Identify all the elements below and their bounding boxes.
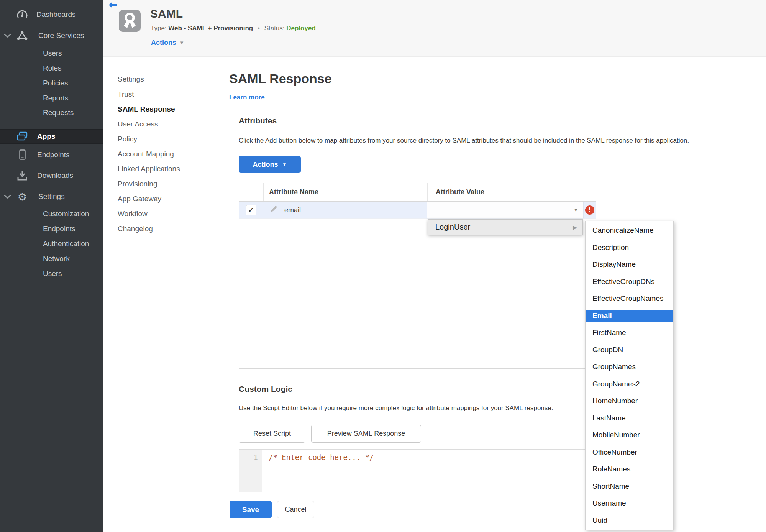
row-checkbox[interactable]: ✓: [246, 205, 256, 215]
sidebar-item-label: Settings: [38, 192, 65, 201]
submenu-item-uuid[interactable]: Uuid: [586, 512, 673, 529]
smartphone-icon: [16, 149, 28, 161]
column-header-attribute-name: Attribute Name: [264, 183, 428, 201]
row-select-cell: ✓: [239, 202, 263, 218]
custom-logic-description: Use the Script Editor below if you requi…: [239, 404, 584, 412]
table-row[interactable]: ✓ email ▼ !: [239, 202, 596, 219]
actions-button-label: Actions: [253, 161, 278, 169]
chevron-down-icon[interactable]: [4, 193, 12, 200]
submenu-item-rolenames[interactable]: RoleNames: [586, 461, 673, 478]
submenu-item-groupnames[interactable]: GroupNames: [586, 358, 673, 376]
actions-label: Actions: [151, 39, 176, 47]
sidebar-item-label: Endpoints: [37, 151, 70, 159]
sidebar-item-roles[interactable]: Roles: [0, 61, 103, 76]
sidebar-item-downloads[interactable]: Downloads: [0, 168, 103, 183]
submenu-item-username[interactable]: Username: [586, 495, 673, 512]
attributes-description: Click the Add button below to map attrib…: [239, 137, 752, 144]
app-meta: Type: Web - SAML + Provisioning • Status…: [151, 25, 316, 32]
tab-provisioning[interactable]: Provisioning: [118, 176, 180, 191]
tab-linked-applications[interactable]: Linked Applications: [118, 161, 180, 176]
core-services-icon: [16, 30, 28, 42]
sidebar-item-core-services[interactable]: Core Services: [0, 28, 103, 43]
attributes-heading: Attributes: [239, 116, 277, 125]
sidebar-item-label: Downloads: [37, 171, 73, 180]
tab-app-gateway[interactable]: App Gateway: [118, 191, 180, 206]
saml-app-icon: [119, 10, 141, 32]
learn-more-link[interactable]: Learn more: [229, 94, 265, 101]
cancel-button[interactable]: Cancel: [277, 501, 314, 518]
submenu-arrow-icon: ▶: [573, 224, 577, 230]
sidebar-item-reports[interactable]: Reports: [0, 91, 103, 105]
submenu-item-shortname[interactable]: ShortName: [586, 478, 673, 495]
dropdown-menu-item-loginuser[interactable]: LoginUser ▶: [428, 219, 583, 235]
header-actions-menu[interactable]: Actions ▼: [151, 39, 184, 47]
sidebar-item-policies[interactable]: Policies: [0, 76, 103, 90]
editor-code-area[interactable]: /* Enter code here... */: [262, 450, 596, 492]
submenu-item-canonicalizename[interactable]: CanonicalizeName: [586, 222, 673, 239]
submenu-item-homenumber[interactable]: HomeNumber: [586, 392, 673, 410]
sidebar-item-endpoints[interactable]: Endpoints: [0, 148, 103, 162]
tab-settings[interactable]: Settings: [118, 72, 180, 87]
sidebar-item-label: Roles: [43, 64, 62, 72]
attribute-value-dropdown[interactable]: ▼: [427, 202, 583, 218]
edit-pencil-icon[interactable]: [269, 205, 278, 215]
sidebar-item-settings-users[interactable]: Users: [0, 266, 103, 281]
error-icon: !: [585, 205, 594, 215]
sidebar-item-label: Reports: [43, 94, 69, 102]
tab-user-access[interactable]: User Access: [118, 117, 180, 131]
submenu-item-displayname[interactable]: DisplayName: [586, 256, 673, 273]
app-root: Dashboards Core Services Users Roles Pol…: [0, 0, 766, 532]
apps-icon: [16, 130, 28, 143]
sidebar-item-label: Network: [43, 255, 70, 263]
editor-line-number: 1: [239, 450, 262, 492]
chevron-down-icon: ▼: [179, 40, 184, 46]
sidebar-item-dashboards[interactable]: Dashboards: [0, 7, 103, 22]
app-header: SAML Type: Web - SAML + Provisioning • S…: [103, 0, 766, 57]
sidebar-item-network[interactable]: Network: [0, 251, 103, 266]
download-icon: [16, 169, 28, 182]
chevron-down-icon[interactable]: [4, 32, 12, 39]
attributes-actions-button[interactable]: Actions ▼: [239, 156, 301, 173]
submenu-item-firstname[interactable]: FirstName: [586, 324, 673, 342]
sidebar-item-customization[interactable]: Customization: [0, 207, 103, 221]
tab-changelog[interactable]: Changelog: [118, 221, 180, 236]
sidebar-item-settings[interactable]: ⚙ Settings: [0, 189, 103, 204]
sidebar-item-label: Users: [43, 269, 62, 278]
select-column-header: [239, 183, 264, 201]
row-error-cell: !: [583, 202, 596, 218]
sidebar-item-label: Dashboards: [36, 10, 75, 19]
submenu-item-groupnames2[interactable]: GroupNames2: [586, 376, 673, 393]
back-arrow-icon[interactable]: [108, 2, 117, 10]
submenu-item-effectivegroupdns[interactable]: EffectiveGroupDNs: [586, 273, 673, 291]
reset-script-button[interactable]: Reset Script: [239, 425, 305, 443]
tab-workflow[interactable]: Workflow: [118, 206, 180, 221]
sidebar-item-requests[interactable]: Requests: [0, 105, 103, 120]
attribute-name-value: email: [284, 206, 301, 214]
submenu-item-officenumber[interactable]: OfficeNumber: [586, 444, 673, 461]
status-label: Status:: [264, 25, 285, 32]
attributes-table: Attribute Name Attribute Value ✓ email ▼…: [239, 183, 596, 369]
submenu-item-email[interactable]: Email: [586, 307, 673, 325]
tab-trust[interactable]: Trust: [118, 87, 180, 102]
submenu-item-description[interactable]: Description: [586, 239, 673, 256]
gear-icon: ⚙: [16, 190, 28, 203]
tab-saml-response[interactable]: SAML Response: [118, 102, 180, 117]
sidebar-item-label: Users: [43, 49, 62, 57]
submenu-item-lastname[interactable]: LastName: [586, 410, 673, 427]
sidebar-item-authentication[interactable]: Authentication: [0, 236, 103, 251]
chevron-down-icon[interactable]: ▼: [573, 207, 578, 213]
submenu-item-groupdn[interactable]: GroupDN: [586, 342, 673, 359]
sidebar-item-label: Customization: [43, 210, 89, 218]
attribute-name-cell: email: [263, 202, 427, 218]
attribute-submenu: CanonicalizeName Description DisplayName…: [585, 221, 674, 530]
sidebar-item-apps[interactable]: Apps: [0, 129, 103, 144]
submenu-item-effectivegroupnames[interactable]: EffectiveGroupNames: [586, 290, 673, 307]
status-badge: Deployed: [286, 25, 316, 32]
preview-saml-response-button[interactable]: Preview SAML Response: [311, 425, 421, 443]
sidebar-item-users[interactable]: Users: [0, 46, 103, 61]
sidebar-item-settings-endpoints[interactable]: Endpoints: [0, 222, 103, 236]
save-button[interactable]: Save: [230, 501, 272, 518]
tab-policy[interactable]: Policy: [118, 131, 180, 146]
tab-account-mapping[interactable]: Account Mapping: [118, 146, 180, 161]
submenu-item-mobilenumber[interactable]: MobileNumber: [586, 427, 673, 444]
